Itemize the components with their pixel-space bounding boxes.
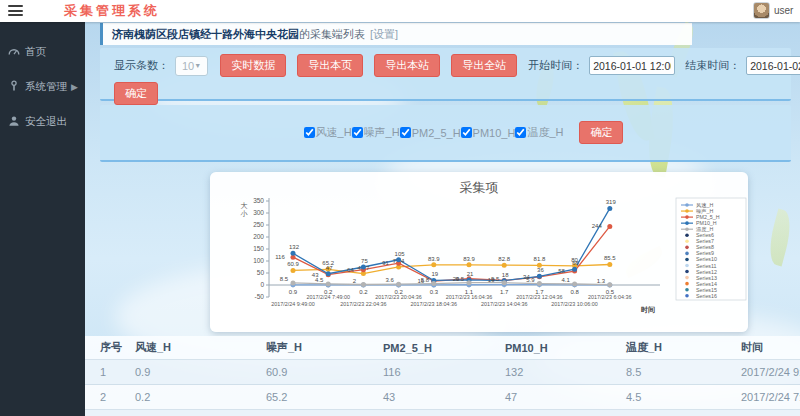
data-point — [431, 262, 436, 267]
data-point — [361, 282, 366, 287]
sidebar-item-label: 首页 — [25, 45, 46, 59]
data-point — [467, 280, 472, 285]
column-header: PM10_H — [505, 342, 626, 354]
checkbox-风速_H[interactable] — [304, 127, 315, 138]
table-cell: 8.5 — [626, 366, 741, 378]
column-header: 序号 — [100, 340, 135, 355]
legend-marker — [685, 215, 689, 219]
data-point — [291, 268, 296, 273]
user-box[interactable]: user — [753, 2, 800, 19]
page-title: 济南槐荫区段店镇经十路外海中央花园的采集端列表 [设置] — [100, 23, 692, 45]
sidebar: 首页系统管理▶安全退出 — [0, 22, 85, 416]
column-header: 风速_H — [135, 340, 266, 355]
table-row[interactable]: 30.247.7647522017/2/23 22:04:36 — [85, 410, 800, 416]
settings-link[interactable]: [设置] — [370, 28, 398, 40]
data-point — [361, 265, 366, 270]
table-row[interactable]: 10.960.91161328.52017/2/24 9:49:00 — [85, 360, 800, 385]
data-point — [607, 262, 612, 267]
data-label: 21 — [467, 271, 474, 277]
chevron-right-icon: ▶ — [71, 82, 78, 92]
filter-checkbox-item: 噪声_H — [352, 125, 400, 140]
data-point — [607, 206, 612, 211]
legend-marker — [685, 270, 689, 274]
checkbox-温度_H[interactable] — [515, 127, 526, 138]
data-point — [537, 281, 542, 286]
column-header: 时间 — [741, 340, 800, 355]
sidebar-item-2[interactable]: 系统管理▶ — [0, 69, 85, 104]
table-row[interactable]: 20.265.243474.52017/2/24 7:49:00 — [85, 385, 800, 410]
data-label: 8.5 — [280, 276, 289, 282]
data-label: 244 — [592, 223, 603, 229]
y-tick-label: 200 — [253, 233, 264, 240]
data-label: 1.1 — [465, 289, 474, 295]
sidebar-item-1[interactable]: 首页 — [0, 34, 85, 69]
table-cell: 0.9 — [135, 366, 266, 378]
filter-checkbox-item: PM10_H — [461, 127, 516, 139]
data-point — [502, 280, 507, 285]
checkbox-噪声_H[interactable] — [352, 127, 363, 138]
data-label: 0.5 — [606, 289, 615, 295]
user-name: user — [774, 5, 800, 16]
data-label: 5.8 — [421, 277, 430, 283]
table-cell: 132 — [505, 366, 626, 378]
start-time-input[interactable] — [589, 56, 675, 75]
end-time-label: 结束时间： — [685, 58, 740, 73]
y-tick-label: 300 — [253, 209, 264, 216]
page-size-select[interactable]: 10 ▼ — [175, 56, 208, 76]
data-label: 83.9 — [428, 256, 440, 262]
hamburger-menu-icon[interactable] — [8, 5, 23, 17]
action-button-1[interactable]: 实时数据 — [220, 54, 286, 77]
table-cell: 4.5 — [626, 391, 741, 403]
content-area: 济南槐荫区段店镇经十路外海中央花园的采集端列表 [设置] 显示条数： 10 ▼ … — [85, 22, 800, 416]
legend-label: Series16 — [696, 293, 717, 299]
sidebar-item-3[interactable]: 安全退出 — [0, 104, 85, 139]
checkbox-PM10_H[interactable] — [461, 127, 472, 138]
dashboard-icon — [8, 45, 20, 59]
data-label: 9.5 — [456, 276, 465, 282]
action-button-3[interactable]: 导出本站 — [374, 54, 440, 77]
chart-title: 采集项 — [210, 172, 748, 197]
table-cell: 47 — [505, 391, 626, 403]
x-tick-label: 2017/2/24 9:49:00 — [271, 301, 314, 307]
data-label: 0.3 — [430, 289, 439, 295]
x-tick-label: 2017/2/23 16:04:36 — [446, 294, 492, 300]
legend-marker — [685, 252, 689, 256]
data-label: 0.2 — [324, 289, 333, 295]
data-point — [537, 274, 542, 279]
data-label: 19 — [431, 271, 438, 277]
checkbox-PM2_5_H[interactable] — [400, 127, 411, 138]
column-header: PM2_5_H — [383, 342, 505, 354]
x-tick-label: 2017/2/23 12:04:36 — [516, 294, 562, 300]
action-button-4[interactable]: 导出全站 — [451, 54, 517, 77]
table-cell: 2017/2/24 7:49:00 — [741, 391, 800, 403]
action-button-2[interactable]: 导出本页 — [297, 54, 363, 77]
sidebar-item-label: 系统管理 — [25, 80, 67, 94]
confirm-button[interactable]: 确定 — [114, 82, 158, 105]
data-label: 64 — [347, 267, 354, 273]
table-cell: 116 — [383, 366, 505, 378]
data-point — [396, 282, 401, 287]
legend-marker — [685, 276, 689, 280]
data-label: 36 — [537, 267, 544, 273]
legend-marker — [685, 258, 689, 262]
data-point — [396, 257, 401, 262]
legend-marker — [685, 294, 689, 298]
y-tick-label: 100 — [253, 257, 264, 264]
y-tick-label: 250 — [253, 221, 264, 228]
data-label: 2 — [353, 278, 357, 284]
filter-checkbox-item: 温度_H — [515, 125, 563, 140]
checkbox-label: PM10_H — [473, 127, 516, 139]
start-time-label: 开始时间： — [528, 58, 583, 73]
data-point — [607, 224, 612, 229]
y-tick-label: 50 — [257, 269, 265, 276]
data-label: 116 — [275, 254, 285, 260]
end-time-input[interactable] — [746, 56, 800, 75]
table-cell: 43 — [383, 391, 505, 403]
data-point — [502, 263, 507, 268]
data-label: 60.9 — [287, 261, 299, 267]
filter-confirm-button[interactable]: 确定 — [579, 121, 623, 144]
user-icon — [8, 115, 20, 129]
station-name: 济南槐荫区段店镇经十路外海中央花园 — [112, 28, 299, 40]
data-point — [607, 282, 612, 287]
data-label: 9.5 — [491, 276, 500, 282]
